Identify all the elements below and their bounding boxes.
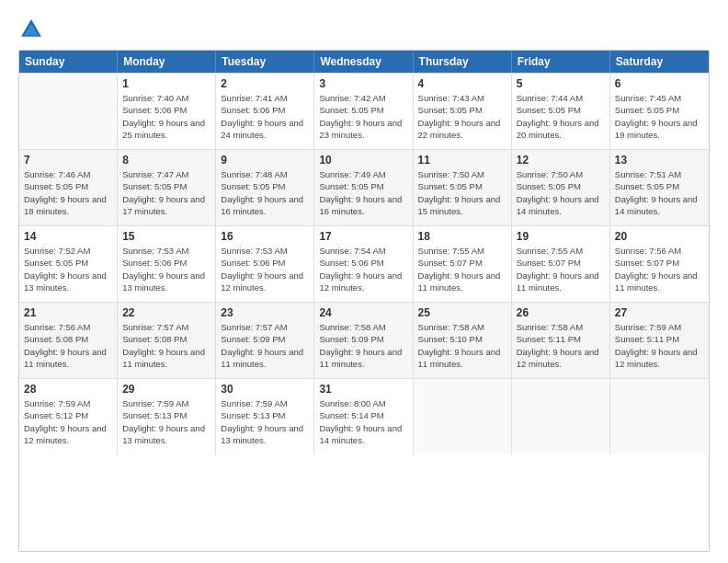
day-info: Sunrise: 7:57 AMSunset: 5:08 PMDaylight:… [122, 321, 210, 370]
day-info: Sunrise: 7:49 AMSunset: 5:05 PMDaylight:… [319, 168, 407, 217]
day-cell-7: 7Sunrise: 7:46 AMSunset: 5:05 PMDaylight… [19, 150, 118, 225]
day-cell-9: 9Sunrise: 7:48 AMSunset: 5:05 PMDaylight… [216, 150, 314, 225]
day-cell-19: 19Sunrise: 7:55 AMSunset: 5:07 PMDayligh… [512, 226, 610, 302]
day-number: 25 [418, 306, 506, 319]
day-info: Sunrise: 7:41 AMSunset: 5:06 PMDaylight:… [221, 92, 309, 141]
day-number: 11 [418, 154, 506, 167]
day-cell-5: 5Sunrise: 7:44 AMSunset: 5:05 PMDaylight… [512, 74, 610, 149]
day-cell-20: 20Sunrise: 7:56 AMSunset: 5:07 PMDayligh… [610, 226, 709, 302]
day-info: Sunrise: 7:53 AMSunset: 5:06 PMDaylight:… [221, 245, 309, 293]
header-cell-monday: Monday [118, 51, 216, 73]
day-info: Sunrise: 7:46 AMSunset: 5:05 PMDaylight:… [24, 168, 112, 217]
day-cell-31: 31Sunrise: 8:00 AMSunset: 5:14 PMDayligh… [314, 379, 413, 454]
day-number: 22 [122, 306, 210, 319]
day-cell-22: 22Sunrise: 7:57 AMSunset: 5:08 PMDayligh… [118, 303, 216, 378]
day-info: Sunrise: 7:47 AMSunset: 5:05 PMDaylight:… [122, 168, 210, 217]
day-number: 15 [122, 230, 210, 243]
logo-icon [18, 17, 44, 42]
day-number: 7 [24, 154, 112, 167]
day-info: Sunrise: 8:00 AMSunset: 5:14 PMDaylight:… [319, 397, 407, 446]
day-cell-11: 11Sunrise: 7:50 AMSunset: 5:05 PMDayligh… [414, 150, 512, 225]
day-info: Sunrise: 7:59 AMSunset: 5:13 PMDaylight:… [221, 397, 309, 446]
header-cell-tuesday: Tuesday [216, 51, 314, 73]
header-cell-saturday: Saturday [610, 51, 709, 73]
day-cell-28: 28Sunrise: 7:59 AMSunset: 5:12 PMDayligh… [19, 379, 118, 454]
empty-cell [19, 74, 118, 149]
day-number: 6 [615, 77, 704, 90]
day-info: Sunrise: 7:56 AMSunset: 5:08 PMDaylight:… [24, 321, 112, 370]
day-cell-26: 26Sunrise: 7:58 AMSunset: 5:11 PMDayligh… [512, 303, 610, 378]
day-number: 2 [221, 77, 309, 90]
day-info: Sunrise: 7:58 AMSunset: 5:09 PMDaylight:… [319, 321, 407, 370]
day-number: 10 [319, 154, 407, 167]
day-info: Sunrise: 7:55 AMSunset: 5:07 PMDaylight:… [418, 245, 506, 293]
day-number: 14 [24, 230, 112, 243]
day-cell-17: 17Sunrise: 7:54 AMSunset: 5:06 PMDayligh… [314, 226, 413, 302]
day-number: 26 [517, 306, 605, 319]
day-number: 31 [319, 383, 407, 396]
day-info: Sunrise: 7:42 AMSunset: 5:05 PMDaylight:… [319, 92, 407, 141]
day-info: Sunrise: 7:58 AMSunset: 5:10 PMDaylight:… [418, 321, 506, 370]
week-row-1: 1Sunrise: 7:40 AMSunset: 5:06 PMDaylight… [19, 73, 709, 149]
day-number: 9 [221, 154, 309, 167]
day-info: Sunrise: 7:56 AMSunset: 5:07 PMDaylight:… [615, 245, 704, 293]
calendar: SundayMondayTuesdayWednesdayThursdayFrid… [18, 50, 710, 552]
day-cell-15: 15Sunrise: 7:53 AMSunset: 5:06 PMDayligh… [118, 226, 216, 302]
day-cell-30: 30Sunrise: 7:59 AMSunset: 5:13 PMDayligh… [216, 379, 314, 454]
day-info: Sunrise: 7:59 AMSunset: 5:12 PMDaylight:… [24, 397, 112, 446]
day-number: 30 [221, 383, 309, 396]
calendar-header-row: SundayMondayTuesdayWednesdayThursdayFrid… [19, 51, 709, 73]
week-row-3: 14Sunrise: 7:52 AMSunset: 5:05 PMDayligh… [19, 225, 709, 302]
day-number: 29 [122, 383, 210, 396]
day-cell-8: 8Sunrise: 7:47 AMSunset: 5:05 PMDaylight… [118, 150, 216, 225]
day-cell-21: 21Sunrise: 7:56 AMSunset: 5:08 PMDayligh… [19, 303, 118, 378]
day-info: Sunrise: 7:58 AMSunset: 5:11 PMDaylight:… [517, 321, 605, 370]
day-cell-23: 23Sunrise: 7:57 AMSunset: 5:09 PMDayligh… [216, 303, 314, 378]
header-cell-thursday: Thursday [414, 51, 512, 73]
day-cell-12: 12Sunrise: 7:50 AMSunset: 5:05 PMDayligh… [512, 150, 610, 225]
day-cell-2: 2Sunrise: 7:41 AMSunset: 5:06 PMDaylight… [216, 74, 314, 149]
logo [18, 17, 48, 42]
day-info: Sunrise: 7:51 AMSunset: 5:05 PMDaylight:… [615, 168, 704, 217]
day-number: 12 [517, 154, 605, 167]
day-cell-24: 24Sunrise: 7:58 AMSunset: 5:09 PMDayligh… [314, 303, 413, 378]
day-number: 13 [615, 154, 704, 167]
day-info: Sunrise: 7:40 AMSunset: 5:06 PMDaylight:… [122, 92, 210, 141]
day-number: 5 [517, 77, 605, 90]
day-number: 20 [615, 230, 704, 243]
day-info: Sunrise: 7:55 AMSunset: 5:07 PMDaylight:… [517, 245, 605, 293]
day-info: Sunrise: 7:50 AMSunset: 5:05 PMDaylight:… [517, 168, 605, 217]
day-cell-14: 14Sunrise: 7:52 AMSunset: 5:05 PMDayligh… [19, 226, 118, 302]
day-info: Sunrise: 7:45 AMSunset: 5:05 PMDaylight:… [615, 92, 704, 141]
day-cell-1: 1Sunrise: 7:40 AMSunset: 5:06 PMDaylight… [118, 74, 216, 149]
day-number: 3 [319, 77, 407, 90]
day-info: Sunrise: 7:57 AMSunset: 5:09 PMDaylight:… [221, 321, 309, 370]
day-cell-27: 27Sunrise: 7:59 AMSunset: 5:11 PMDayligh… [610, 303, 709, 378]
day-number: 8 [122, 154, 210, 167]
header-cell-wednesday: Wednesday [314, 51, 413, 73]
day-info: Sunrise: 7:48 AMSunset: 5:05 PMDaylight:… [221, 168, 309, 217]
header [18, 17, 710, 42]
calendar-body: 1Sunrise: 7:40 AMSunset: 5:06 PMDaylight… [19, 73, 709, 454]
day-number: 24 [319, 306, 407, 319]
day-cell-29: 29Sunrise: 7:59 AMSunset: 5:13 PMDayligh… [118, 379, 216, 454]
week-row-2: 7Sunrise: 7:46 AMSunset: 5:05 PMDaylight… [19, 149, 709, 225]
day-info: Sunrise: 7:54 AMSunset: 5:06 PMDaylight:… [319, 245, 407, 293]
day-info: Sunrise: 7:50 AMSunset: 5:05 PMDaylight:… [418, 168, 506, 217]
day-number: 17 [319, 230, 407, 243]
day-number: 28 [24, 383, 112, 396]
empty-cell [512, 379, 610, 454]
day-number: 23 [221, 306, 309, 319]
day-cell-4: 4Sunrise: 7:43 AMSunset: 5:05 PMDaylight… [414, 74, 512, 149]
day-cell-10: 10Sunrise: 7:49 AMSunset: 5:05 PMDayligh… [314, 150, 413, 225]
day-number: 21 [24, 306, 112, 319]
page: SundayMondayTuesdayWednesdayThursdayFrid… [0, 0, 728, 563]
day-info: Sunrise: 7:59 AMSunset: 5:13 PMDaylight:… [122, 397, 210, 446]
day-number: 1 [122, 77, 210, 90]
header-cell-sunday: Sunday [19, 51, 118, 73]
day-info: Sunrise: 7:43 AMSunset: 5:05 PMDaylight:… [418, 92, 506, 141]
header-cell-friday: Friday [512, 51, 610, 73]
day-cell-3: 3Sunrise: 7:42 AMSunset: 5:05 PMDaylight… [314, 74, 413, 149]
day-info: Sunrise: 7:53 AMSunset: 5:06 PMDaylight:… [122, 245, 210, 293]
day-number: 16 [221, 230, 309, 243]
